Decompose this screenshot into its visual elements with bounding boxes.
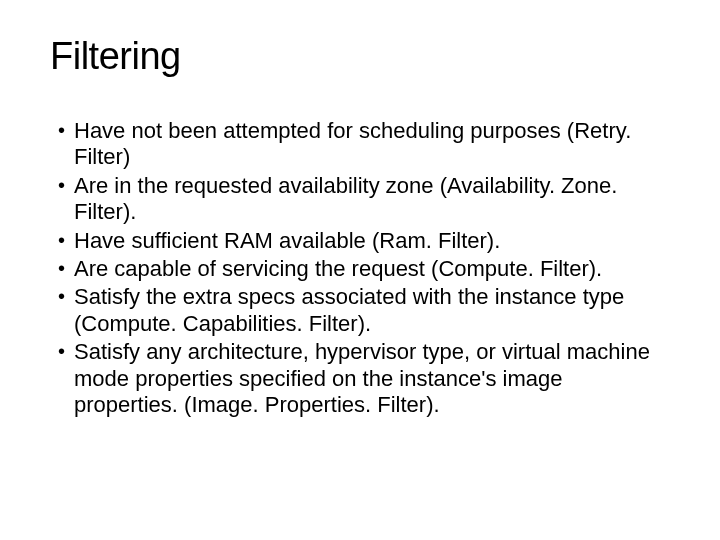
list-item: Have sufficient RAM available (Ram. Filt… [58,228,670,254]
list-item: Satisfy any architecture, hypervisor typ… [58,339,670,418]
list-item: Have not been attempted for scheduling p… [58,118,670,171]
list-item: Are capable of servicing the request (Co… [58,256,670,282]
list-item: Are in the requested availability zone (… [58,173,670,226]
slide-title: Filtering [50,35,670,78]
bullet-list: Have not been attempted for scheduling p… [50,118,670,418]
list-item: Satisfy the extra specs associated with … [58,284,670,337]
